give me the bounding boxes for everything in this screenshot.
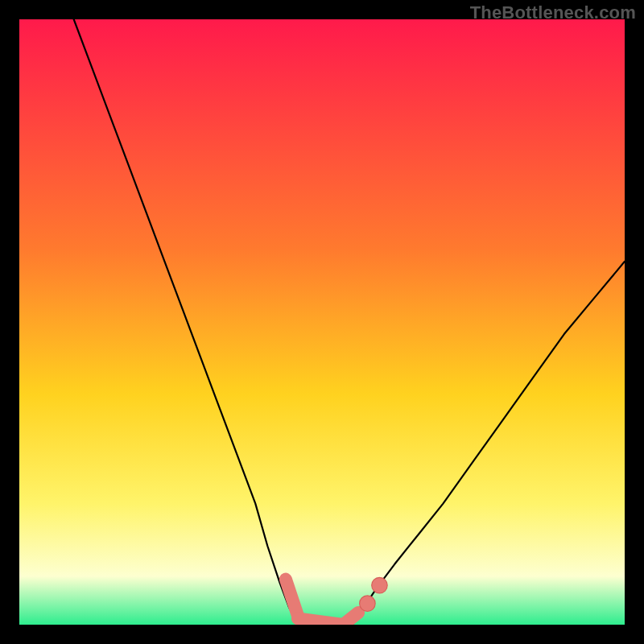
chart-frame: TheBottleneck.com: [0, 0, 644, 644]
bottleneck-chart: [19, 19, 625, 625]
chart-background: [19, 19, 625, 625]
valley-marker-dot: [360, 596, 376, 612]
valley-marker-pill: [298, 618, 343, 625]
valley-marker-dot: [372, 577, 388, 593]
